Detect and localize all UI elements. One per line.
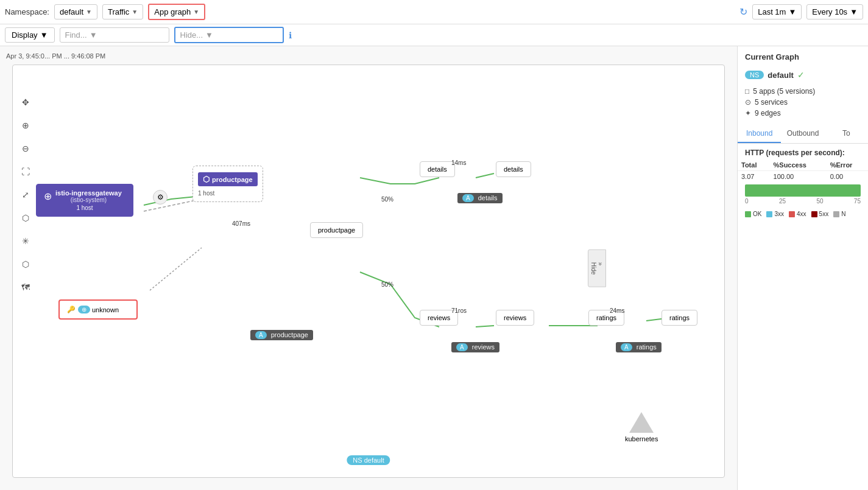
secondary-toolbar: Display ▼ Find... ▼ Hide... ▼ ℹ	[0, 24, 868, 46]
tool-icons: ✥ ⊕ ⊖ ⛶ ⤢ ⬡ ✳ ⬡ 🗺	[18, 95, 33, 295]
http-section-title: HTTP (requests per second):	[738, 144, 868, 159]
ratings2-node[interactable]: ratings	[662, 310, 697, 326]
refresh-arrow: ▼	[850, 7, 858, 16]
hide-panel-button[interactable]: » Hide	[588, 249, 606, 287]
gateway-node[interactable]: ⊕ istio-ingressgateway (istio-system) 1 …	[36, 184, 133, 217]
graph-edges	[13, 65, 724, 477]
unknown-label: unknown	[92, 306, 119, 313]
legend-n-color	[833, 211, 839, 217]
graph-extra-tool[interactable]: ⬡	[18, 257, 33, 271]
axis-0: 0	[745, 198, 749, 205]
refresh-select[interactable]: Every 10s ▼	[806, 4, 863, 19]
app-label-details-text: details	[478, 194, 498, 201]
main-toolbar: Namespace: default ▼ Traffic ▼ App graph…	[0, 0, 868, 24]
graph-settings-tool[interactable]: ✳	[18, 234, 33, 248]
gateway-hosts: 1 host	[44, 205, 125, 211]
graph-layout-tool[interactable]: ⬡	[18, 211, 33, 225]
legend-n-label: N	[841, 211, 845, 217]
app-label-reviews: A reviews	[451, 342, 499, 352]
namespace-label: Namespace:	[5, 7, 49, 16]
namespace-value: default	[60, 7, 83, 16]
apps-icon: □	[745, 87, 749, 96]
namespace-select[interactable]: default ▼	[54, 4, 97, 19]
find-input[interactable]: Find... ▼	[60, 27, 169, 43]
legend-3xx-color	[766, 211, 772, 217]
hide-input[interactable]: Hide... ▼	[174, 27, 284, 43]
reviews2-label: reviews	[504, 314, 526, 321]
toolbar-right: ↻ Last 1m ▼ Every 10s ▼	[739, 4, 863, 19]
productpage-title: productpage	[212, 176, 253, 183]
app-label-reviews-text: reviews	[472, 343, 495, 351]
hide-panel-label: Hide	[590, 262, 597, 275]
tab-inbound[interactable]: Inbound	[738, 125, 781, 143]
productpage2-node[interactable]: productpage	[310, 222, 363, 238]
zoom-in-tool[interactable]: ⊕	[18, 118, 33, 133]
http-table-row: 3.07 100.00 0.00	[738, 171, 868, 183]
tab-outbound[interactable]: Outbound	[781, 125, 824, 143]
details1-label: details	[428, 166, 447, 173]
error-value: 0.00	[827, 171, 868, 183]
chart-bar-ok	[745, 184, 861, 197]
refresh-label: Every 10s	[812, 7, 847, 16]
unknown-node[interactable]: 🔑 ⊕ unknown	[58, 299, 138, 320]
settings-node[interactable]: ⚙	[153, 190, 168, 205]
app-graph-select[interactable]: App graph ▼	[148, 4, 205, 20]
panel-tabs: Inbound Outbound To	[738, 125, 868, 144]
map-tool[interactable]: 🗺	[18, 280, 33, 295]
axis-50: 50	[816, 198, 823, 205]
details2-node[interactable]: details	[496, 161, 531, 177]
app-label-ratings: A ratings	[616, 342, 662, 352]
panel-ns-chip: NS	[745, 71, 764, 79]
productpage-outer-box: ⬡ productpage 1 host	[192, 166, 263, 202]
http-table: Total %Success %Error 3.07 100.00 0.00	[738, 159, 868, 182]
fit-tool[interactable]: ⛶	[18, 164, 33, 179]
productpage2-label: productpage	[318, 226, 355, 234]
info-icon[interactable]: ℹ	[289, 30, 292, 40]
productpage-hosts: 1 host	[198, 190, 258, 197]
col-total: Total	[738, 159, 770, 171]
productpage-node[interactable]: ⬡ productpage	[198, 172, 258, 186]
unknown-badge: ⊕	[78, 306, 90, 313]
svg-line-2	[476, 326, 494, 327]
timestamp: Apr 3, 9:45:0... PM ... 9:46:08 PM	[6, 52, 105, 60]
edge-label-50pct-bottom: 50%	[381, 281, 393, 288]
display-arrow: ▼	[40, 30, 48, 40]
chart-legend: OK 3xx 4xx 5xx N	[738, 208, 868, 220]
unknown-key-icon: 🔑	[67, 306, 76, 313]
namespace-arrow: ▼	[86, 9, 92, 15]
graph-canvas[interactable]: ⊕ istio-ingressgateway (istio-system) 1 …	[12, 65, 725, 478]
zoom-out-tool[interactable]: ⊖	[18, 141, 33, 156]
time-label: Last 1m	[758, 7, 786, 16]
expand-tool[interactable]: ⤢	[18, 187, 33, 202]
axis-75: 75	[854, 198, 861, 205]
display-label: Display	[12, 30, 38, 40]
ratings2-label: ratings	[669, 314, 690, 321]
reviews2-node[interactable]: reviews	[496, 310, 534, 326]
edge-label-407ms: 407ms	[232, 220, 250, 227]
app-badge-reviews: A	[456, 343, 468, 351]
svg-line-5	[150, 248, 202, 290]
col-success: %Success	[770, 159, 827, 171]
display-button[interactable]: Display ▼	[5, 27, 55, 43]
find-arrow: ▼	[90, 30, 97, 40]
legend-3xx: 3xx	[766, 211, 784, 217]
axis-25: 25	[779, 198, 786, 205]
tab-to[interactable]: To	[825, 125, 868, 143]
legend-4xx-color	[789, 211, 795, 217]
traffic-select[interactable]: Traffic ▼	[102, 4, 143, 19]
traffic-label: Traffic	[108, 7, 129, 16]
edge-label-71ros: 71ros	[451, 307, 467, 314]
time-select[interactable]: Last 1m ▼	[752, 4, 802, 19]
legend-3xx-label: 3xx	[774, 211, 784, 217]
edge-label-50pct-top: 50%	[381, 196, 393, 203]
legend-4xx: 4xx	[789, 211, 806, 217]
ns-chip-label: NS	[353, 457, 362, 464]
gateway-icon: ⊕ istio-ingressgateway (istio-system)	[44, 189, 125, 203]
graph-area[interactable]: ✥ ⊕ ⊖ ⛶ ⤢ ⬡ ✳ ⬡ 🗺 Apr 3, 9:45:0... PM ..…	[0, 46, 737, 490]
refresh-icon: ↻	[739, 6, 747, 18]
details1-node[interactable]: details	[420, 161, 455, 177]
kubernetes-node[interactable]: kubernetes	[625, 412, 658, 443]
legend-5xx: 5xx	[811, 211, 829, 217]
panel-stats: □ 5 apps (5 versions) ⊙ 5 services ✦ 9 e…	[738, 82, 868, 125]
move-tool[interactable]: ✥	[18, 95, 33, 110]
